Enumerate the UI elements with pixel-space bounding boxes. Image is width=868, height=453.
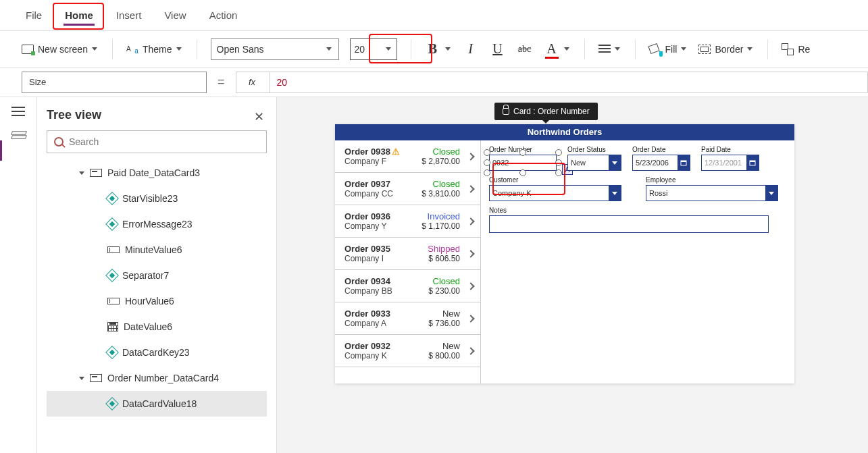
tab-view[interactable]: View [160, 5, 190, 25]
fill-button[interactable]: Fill [649, 43, 688, 55]
paid-date-input[interactable]: 12/31/2001 [701, 155, 759, 171]
tree-item[interactable]: DataCardValue18 [47, 391, 267, 417]
order-row[interactable]: Order 0937Company CCClosed$ 3,810.00 [335, 173, 480, 205]
order-date-field: Order Date 5/23/2006 [632, 146, 690, 171]
new-screen-button[interactable]: New screen [22, 44, 99, 55]
tree-item-label: StarVisible23 [122, 193, 178, 204]
font-size-select[interactable]: 20 [350, 38, 397, 60]
order-row[interactable]: Order 0934Company BBClosed$ 230.00 [335, 270, 480, 302]
employee-select[interactable]: Rossi [646, 185, 778, 201]
notes-input[interactable] [489, 215, 769, 233]
fill-label: Fill [665, 44, 678, 55]
order-row[interactable]: Order 0932Company KNew$ 800.00 [335, 335, 480, 367]
customer-label: Customer [489, 176, 621, 184]
order-status: Closed [422, 146, 460, 157]
pencil-icon [105, 346, 119, 359]
fx-button[interactable]: fx [236, 72, 270, 92]
border-button[interactable]: Border [698, 44, 754, 55]
order-title: Order 0932 [344, 341, 422, 351]
tree-view-icon[interactable] [11, 130, 25, 140]
tree-item[interactable]: Order Number_DataCard4 [47, 365, 267, 391]
order-row[interactable]: Order 0936Company YInvoiced$ 1,170.00 [335, 205, 480, 238]
chevron-down-icon [564, 46, 571, 53]
order-amount: $ 230.00 [428, 286, 460, 296]
reorder-button[interactable]: Re [782, 43, 810, 55]
formula-bar: Size = fx 20 [0, 68, 868, 97]
input-icon [107, 298, 120, 304]
search-box[interactable] [47, 130, 267, 153]
order-status-field: Order Status New [567, 146, 621, 171]
strike-button[interactable]: abc [517, 44, 533, 55]
tree-item-label: DateValue6 [124, 321, 172, 332]
pencil-icon [105, 269, 119, 282]
align-button[interactable] [598, 45, 621, 54]
separator [112, 39, 113, 59]
order-company: Company K [344, 351, 422, 361]
italic-button[interactable]: I [463, 41, 479, 57]
paid-date-label: Paid Date [701, 146, 759, 153]
tree-item[interactable]: MinuteValue6 [47, 237, 267, 263]
order-status-label: Order Status [567, 146, 621, 153]
separator [767, 39, 768, 59]
tree-item[interactable]: DataCardKey23 [47, 340, 267, 365]
order-status: Closed [422, 276, 460, 286]
order-number-input[interactable]: 0932 [489, 155, 557, 171]
card-icon [90, 374, 102, 382]
order-title: Order 0938⚠ [344, 146, 422, 157]
order-status-select[interactable]: New [567, 155, 621, 171]
tree-item-label: MinuteValue6 [125, 244, 182, 255]
order-status: New [422, 309, 460, 319]
formula-input[interactable]: 20 [270, 77, 295, 88]
tree-item[interactable]: Paid Date_DataCard3 [47, 160, 267, 186]
tab-action[interactable]: Action [205, 5, 242, 25]
reorder-label: Re [798, 44, 810, 55]
tree-item[interactable]: DateValue6 [47, 314, 267, 340]
tooltip-text: Card : Order Number [513, 107, 590, 116]
tree-item[interactable]: ErrorMessage23 [47, 211, 267, 237]
pencil-icon [105, 217, 119, 231]
chevron-down-icon [747, 46, 754, 53]
order-title: Order 0937 [344, 179, 422, 189]
tree-item[interactable]: Separator7 [47, 263, 267, 288]
tree-item-label: ErrorMessage23 [122, 219, 193, 230]
order-row[interactable]: Order 0933Company ANew$ 736.00 [335, 302, 480, 335]
tab-home[interactable]: Home [61, 5, 97, 25]
property-select[interactable]: Size [22, 72, 207, 93]
order-amount: $ 1,170.00 [422, 221, 460, 231]
theme-button[interactable]: Theme [126, 44, 183, 55]
order-status: Shipped [422, 244, 460, 254]
tree-panel: Tree view ✕ Paid Date_DataCard3StarVisib… [37, 97, 277, 453]
tab-insert[interactable]: Insert [112, 5, 146, 25]
chevron-right-icon [467, 250, 474, 257]
chevron-right-icon [467, 282, 474, 290]
order-row[interactable]: Order 0938⚠Company FClosed$ 2,870.00 [335, 140, 480, 173]
font-size-value: 20 [355, 44, 365, 55]
search-input[interactable] [69, 136, 259, 147]
bold-button[interactable]: B [425, 41, 441, 57]
font-color-button[interactable]: A [544, 41, 560, 57]
hamburger-icon[interactable] [11, 107, 25, 116]
tree-item-label: DataCardValue18 [122, 398, 197, 409]
theme-label: Theme [143, 44, 172, 55]
close-icon[interactable]: ✕ [254, 109, 264, 124]
order-row[interactable]: Order 0935Company IShipped$ 606.50 [335, 238, 480, 270]
calendar-icon [678, 155, 690, 170]
order-company: Company BB [344, 286, 422, 296]
tree-item[interactable]: StarVisible23 [47, 186, 267, 211]
customer-select[interactable]: Company K [489, 185, 621, 201]
chevron-right-icon [467, 315, 474, 322]
chevron-right-icon [467, 185, 474, 192]
tree-item[interactable]: HourValue6 [47, 288, 267, 314]
tab-file[interactable]: File [22, 5, 46, 25]
employee-label: Employee [646, 176, 778, 184]
font-value: Open Sans [217, 44, 264, 55]
chevron-down-icon [386, 46, 392, 53]
font-select[interactable]: Open Sans [211, 38, 339, 60]
order-number-field: Order Number 0932 A [489, 146, 557, 171]
order-form: Order Number 0932 A [480, 140, 794, 383]
selection-tooltip: Card : Order Number [494, 103, 598, 120]
underline-button[interactable]: U [490, 41, 506, 57]
order-date-input[interactable]: 5/23/2006 [632, 155, 690, 171]
property-value: Size [29, 77, 46, 87]
menu-tabs: File Home Insert View Action [0, 0, 868, 31]
